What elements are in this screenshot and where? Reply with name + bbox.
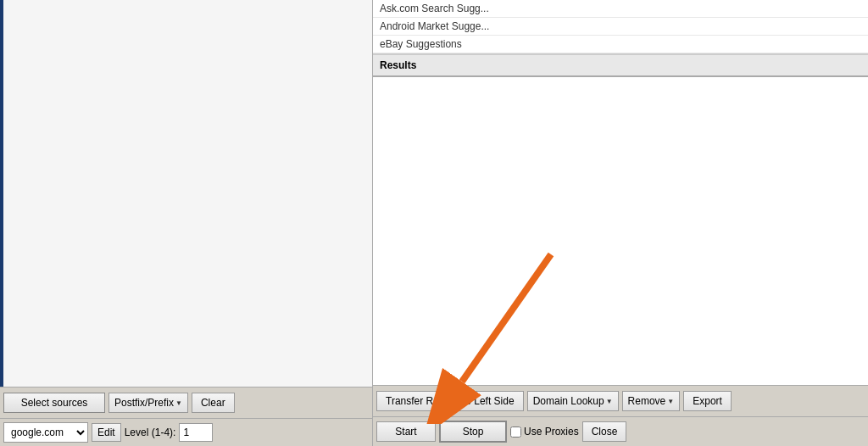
suggestions-area: Ask.com Search Sugg... Android Market Su… xyxy=(373,0,868,54)
left-panel: Select sources Postfix/Prefix ▼ Clear go… xyxy=(0,0,373,446)
transfer-results-button[interactable]: Transfer Results to Left Side xyxy=(376,391,524,411)
list-item[interactable]: eBay Suggestions xyxy=(373,36,868,53)
postfix-prefix-arrow-icon: ▼ xyxy=(175,399,182,407)
domain-lookup-label: Domain Lookup xyxy=(533,395,604,407)
export-button[interactable]: Export xyxy=(683,391,732,411)
use-proxies-checkbox[interactable] xyxy=(510,426,521,438)
start-button[interactable]: Start xyxy=(376,421,436,442)
clear-button[interactable]: Clear xyxy=(192,393,235,413)
edit-button[interactable]: Edit xyxy=(92,423,121,442)
list-item[interactable]: Android Market Sugge... xyxy=(373,18,868,36)
use-proxies-container: Use Proxies xyxy=(510,426,579,438)
postfix-prefix-label: Postfix/Prefix xyxy=(114,397,174,409)
results-area xyxy=(373,77,868,385)
domain-lookup-arrow-icon: ▼ xyxy=(606,398,613,405)
level-input[interactable] xyxy=(179,423,213,442)
results-header: Results xyxy=(373,54,868,77)
domain-lookup-dropdown[interactable]: Domain Lookup ▼ xyxy=(527,391,619,411)
close-button[interactable]: Close xyxy=(582,421,627,442)
select-sources-button[interactable]: Select sources xyxy=(3,393,105,413)
use-proxies-label: Use Proxies xyxy=(524,426,579,438)
left-toolbar-row2: google.com Edit Level (1-4): xyxy=(0,418,372,446)
level-label: Level (1-4): xyxy=(125,426,176,438)
remove-label: Remove xyxy=(628,395,666,407)
stop-button[interactable]: Stop xyxy=(439,421,507,443)
remove-arrow-icon: ▼ xyxy=(667,398,674,405)
left-panel-content xyxy=(0,0,372,387)
domain-select[interactable]: google.com xyxy=(3,422,88,443)
right-toolbar-row2: Start Stop Use Proxies Close xyxy=(373,416,868,446)
postfix-prefix-dropdown[interactable]: Postfix/Prefix ▼ xyxy=(108,393,188,413)
main-container: Select sources Postfix/Prefix ▼ Clear go… xyxy=(0,0,868,446)
right-toolbar-row1: Transfer Results to Left Side Domain Loo… xyxy=(373,385,868,416)
left-toolbar-row1: Select sources Postfix/Prefix ▼ Clear xyxy=(0,387,372,418)
right-panel: Ask.com Search Sugg... Android Market Su… xyxy=(373,0,868,446)
remove-dropdown[interactable]: Remove ▼ xyxy=(622,391,681,411)
list-item[interactable]: Ask.com Search Sugg... xyxy=(373,0,868,18)
